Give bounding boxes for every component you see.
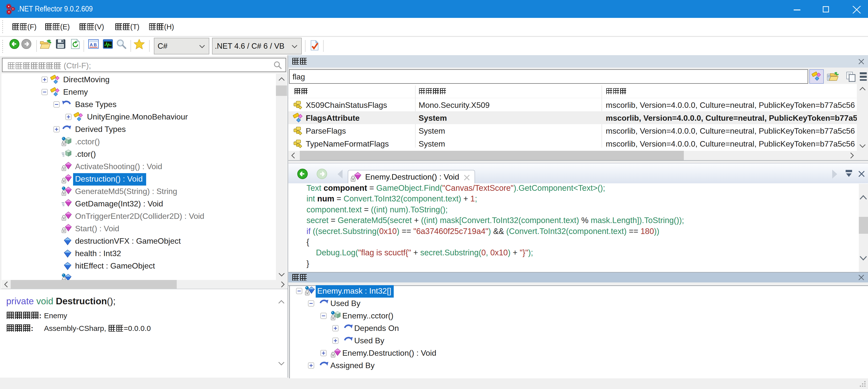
svg-text:B: B — [94, 42, 97, 47]
svg-text:A: A — [90, 42, 93, 47]
